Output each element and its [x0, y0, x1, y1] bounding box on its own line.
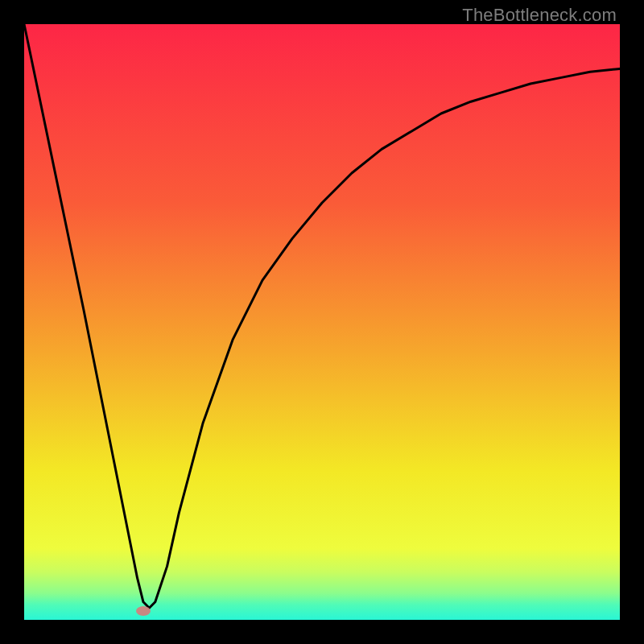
- optimal-point-marker: [136, 606, 151, 616]
- plot-svg: [24, 24, 620, 620]
- gradient-background: [24, 24, 620, 620]
- plot-area: [24, 24, 620, 620]
- chart-frame: TheBottleneck.com: [0, 0, 644, 644]
- watermark-text: TheBottleneck.com: [462, 5, 617, 26]
